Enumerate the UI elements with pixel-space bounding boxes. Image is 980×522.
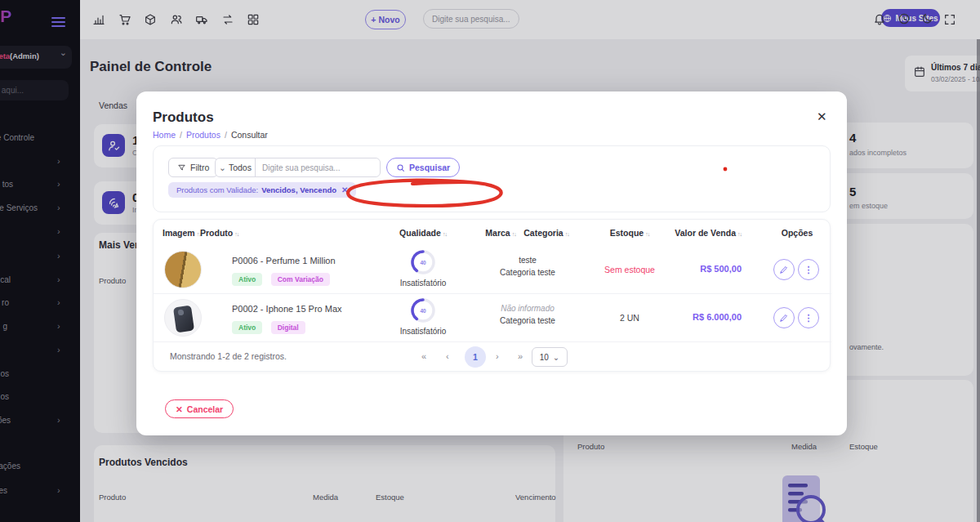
product-categoria: Categoria teste — [479, 268, 577, 277]
sort-icon: ↑↓ — [565, 231, 569, 237]
product-image-perfume — [164, 251, 202, 288]
more-options-button[interactable]: ⋮ — [798, 259, 819, 280]
badges: Ativo Digital — [232, 319, 310, 334]
breadcrumb-home[interactable]: Home — [153, 130, 176, 140]
chevron-down-icon: ⌄ — [219, 163, 226, 172]
badge-ativo: Ativo — [232, 321, 262, 334]
todos-dropdown[interactable]: ⌄ Todos — [216, 158, 256, 176]
product-code: P0006 - Perfume 1 Million — [232, 256, 336, 265]
product-categoria: Categoria teste — [479, 316, 577, 325]
badges: Ativo Com Variação — [232, 270, 335, 286]
produtos-modal: Produtos Home / Produtos / Consultar ✕ F… — [136, 91, 847, 435]
product-image-iphone — [164, 299, 202, 337]
column-header-qualidade[interactable]: Qualidade↑↓ — [382, 228, 464, 238]
scrollbar[interactable] — [977, 39, 980, 522]
product-valor: R$ 6.000,00 — [660, 312, 742, 322]
filtro-button[interactable]: Filtro — [168, 158, 218, 177]
breadcrumb-consultar: Consultar — [231, 130, 268, 140]
pencil-icon — [779, 265, 789, 274]
product-code: P0002 - Iphone 15 Pro Max — [232, 304, 342, 314]
sort-icon: ↑↓ — [443, 231, 447, 237]
pagination-last[interactable]: » — [518, 351, 523, 361]
column-header-valor[interactable]: Valor de Venda↑↓ — [660, 228, 742, 238]
pagination-summary: Monstrando 1-2 de 2 registros. — [170, 351, 287, 361]
close-icon: ✕ — [176, 404, 183, 414]
quality-gauge: 40 — [410, 249, 436, 275]
funnel-icon — [177, 163, 186, 172]
product-marca: teste — [479, 256, 577, 265]
modal-title: Produtos — [153, 109, 214, 126]
filter-tag-validade[interactable]: Produtos com Validade: Vencidos, Vencend… — [168, 182, 356, 198]
pencil-icon — [779, 313, 789, 323]
column-header-imagem[interactable]: Imagem↑↓ — [163, 228, 201, 238]
edit-button[interactable] — [773, 259, 795, 280]
dots-vertical-icon: ⋮ — [804, 265, 813, 275]
products-table: Imagem↑↓ Produto↑↓ Qualidade↑↓ Marca↑↓ C… — [153, 219, 831, 372]
column-header-estoque[interactable]: Estoque↑↓ — [589, 228, 670, 238]
pagination-page-1[interactable]: 1 — [465, 346, 486, 368]
quality-value: 40 — [410, 249, 436, 275]
sort-icon: ↑↓ — [737, 231, 742, 237]
filter-panel: Filtro ⌄ Todos Pesquisar Produtos com Va… — [153, 145, 831, 212]
search-group: ⌄ Todos — [215, 158, 381, 177]
quality-label: Insatisfatório — [382, 279, 464, 288]
column-header-produto[interactable]: Produto↑↓ — [200, 228, 238, 238]
quality-label: Insatisfatório — [382, 327, 464, 336]
page-size-select[interactable]: 10 ⌄ — [532, 347, 568, 367]
table-row[interactable]: P0006 - Perfume 1 Million Ativo Com Vari… — [154, 246, 831, 293]
sort-icon: ↑↓ — [645, 231, 649, 237]
badge-digital: Digital — [271, 321, 305, 334]
modal-search-input[interactable] — [256, 158, 380, 176]
product-valor: R$ 500,00 — [660, 264, 742, 274]
column-header-opcoes: Opções — [764, 228, 830, 238]
cancelar-button[interactable]: ✕ Cancelar — [165, 399, 234, 418]
chevron-down-icon: ⌄ — [553, 353, 559, 362]
column-header-categoria[interactable]: Categoria↑↓ — [510, 228, 583, 238]
pagination-prev[interactable]: ‹ — [446, 351, 449, 361]
product-estoque: Sem estoque — [589, 265, 670, 274]
row-divider — [154, 341, 831, 342]
dots-vertical-icon: ⋮ — [804, 313, 813, 323]
product-marca: Não informado — [479, 304, 577, 313]
close-icon[interactable]: ✕ — [817, 109, 827, 124]
breadcrumb-produtos[interactable]: Produtos — [186, 130, 220, 140]
product-estoque: 2 UN — [589, 313, 670, 323]
breadcrumb: Home / Produtos / Consultar — [153, 130, 268, 140]
screen: OP ano Beta (Admin) ⌄ menu aqui... e Con… — [0, 0, 980, 522]
search-icon — [396, 163, 405, 172]
pagination-first[interactable]: « — [421, 351, 426, 361]
badge-variacao: Com Variação — [271, 273, 330, 286]
more-options-button[interactable]: ⋮ — [798, 307, 819, 328]
remove-filter-icon[interactable]: ✕ — [341, 185, 348, 194]
sort-icon: ↑↓ — [234, 231, 238, 237]
table-row[interactable]: P0002 - Iphone 15 Pro Max Ativo Digital … — [154, 294, 831, 341]
pagination-next[interactable]: › — [496, 351, 499, 361]
quality-value: 40 — [410, 297, 436, 323]
edit-button[interactable] — [773, 307, 795, 328]
quality-gauge: 40 — [410, 297, 436, 323]
badge-ativo: Ativo — [232, 273, 262, 286]
pesquisar-button[interactable]: Pesquisar — [386, 158, 460, 177]
